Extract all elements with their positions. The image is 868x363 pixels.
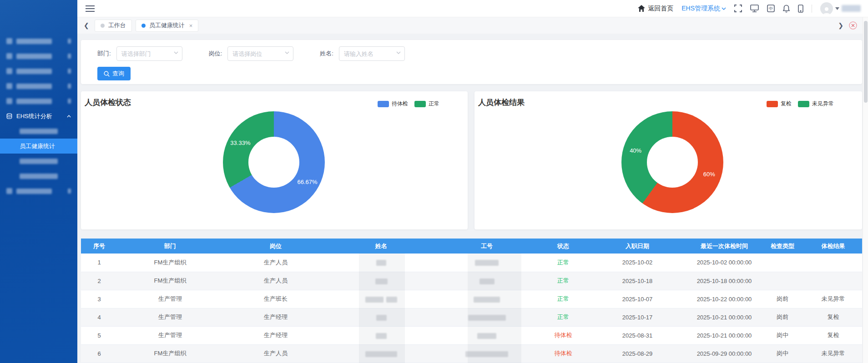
cell-last-exam: 2025-10-22 00:00:00 xyxy=(688,290,761,308)
dept-select[interactable] xyxy=(116,46,182,61)
system-switcher[interactable]: EHS管理系统 xyxy=(681,5,726,13)
cell-employee-id-redacted xyxy=(434,308,540,326)
filter-row: 部门: 岗位: 姓名: xyxy=(97,46,862,61)
legend-item[interactable]: 待体检 xyxy=(378,100,408,108)
bell-icon[interactable] xyxy=(783,5,790,13)
cell-last-exam: 2025-10-21 00:00:00 xyxy=(688,326,761,344)
cell-result: 复检 xyxy=(804,326,862,344)
cell-exam-type: 岗前 xyxy=(761,308,804,326)
cell-post: 生产经理 xyxy=(223,308,328,326)
legend-label: 正常 xyxy=(429,100,439,108)
user-menu[interactable] xyxy=(820,2,861,15)
cell-last-exam: 2025-10-02 00:00:00 xyxy=(688,254,761,272)
redacted-employee-id xyxy=(479,278,495,284)
back-home-link[interactable]: 返回首页 xyxy=(638,5,673,13)
chart-title: 人员体检状态 xyxy=(85,97,131,108)
donut-slice-label: 66.67% xyxy=(298,178,318,185)
column-header: 工号 xyxy=(434,239,540,254)
sidebar-item-employee-health-stats[interactable]: 员工健康统计 xyxy=(0,139,77,154)
stats-layers-icon xyxy=(6,113,12,119)
cell-hire-date: 2025-10-07 xyxy=(587,290,688,308)
redacted-name xyxy=(376,333,387,339)
tabs-scroll-right-icon[interactable]: ❯ xyxy=(836,22,845,29)
cell-dept: FM生产组织 xyxy=(117,254,223,272)
legend-item[interactable]: 复检 xyxy=(767,100,792,108)
fullscreen-icon[interactable] xyxy=(734,5,742,12)
table-row: 6FM生产组织生产人员待体检2025-08-292025-09-29 00:00… xyxy=(81,344,862,363)
cell-exam-type xyxy=(761,254,804,272)
tab-workbench[interactable]: 工作台 xyxy=(95,20,132,32)
cell-status: 待体检 xyxy=(540,344,587,363)
cell-result: 未见异常 xyxy=(804,344,862,363)
sidebar-item-redacted[interactable] xyxy=(0,49,77,64)
sidebar-subitem-redacted[interactable] xyxy=(0,124,77,139)
legend-item[interactable]: 正常 xyxy=(414,100,439,108)
chevron-redacted xyxy=(68,39,71,44)
table-row: 2FM生产组织生产人员正常2025-10-182025-10-18 00:00:… xyxy=(81,272,862,290)
tab-employee-health-stats[interactable]: 员工健康统计× xyxy=(136,20,199,32)
cell-status: 待体检 xyxy=(540,326,587,344)
name-input[interactable] xyxy=(339,46,405,61)
scrollbar-thumb[interactable] xyxy=(864,21,868,103)
hamburger-icon[interactable] xyxy=(86,5,95,12)
sidebar-active-label: 员工健康统计 xyxy=(20,142,55,150)
search-button-label: 查询 xyxy=(112,70,124,78)
sidebar-item-redacted[interactable] xyxy=(0,94,77,109)
cell-last-exam: 2025-10-21 00:00:00 xyxy=(688,308,761,326)
cell-status: 正常 xyxy=(540,272,587,290)
cell-dept: 生产管理 xyxy=(117,290,223,308)
cell-exam-type: 岗前 xyxy=(761,290,804,308)
menu-icon-redacted xyxy=(6,38,12,44)
search-button[interactable]: 查询 xyxy=(97,67,131,80)
cell-no: 3 xyxy=(81,290,117,308)
exam-result-donut[interactable]: 60%40% xyxy=(621,111,723,213)
sidebar-group-ehs-stats[interactable]: EHS统计分析 xyxy=(0,109,77,124)
cell-no: 2 xyxy=(81,272,117,290)
cell-dept: 生产管理 xyxy=(117,326,223,344)
cell-hire-date: 2025-08-31 xyxy=(587,326,688,344)
table-row: 1FM生产组织生产人员正常2025-10-022025-10-02 00:00:… xyxy=(81,254,862,272)
cell-name-redacted xyxy=(328,254,434,272)
column-header: 序号 xyxy=(81,239,117,254)
cell-post: 生产班长 xyxy=(223,290,328,308)
cell-last-exam: 2025-09-29 00:00:00 xyxy=(688,344,761,363)
chart-title: 人员体检结果 xyxy=(478,97,525,108)
tab-status-dot xyxy=(141,24,146,28)
monitor-icon[interactable] xyxy=(750,5,759,12)
sidebar-item-redacted[interactable] xyxy=(0,79,77,94)
chevron-down-icon xyxy=(722,7,726,10)
username-redacted xyxy=(842,5,861,12)
avatar xyxy=(820,2,833,15)
close-all-tabs-icon[interactable] xyxy=(849,21,857,30)
legend-item[interactable]: 未见异常 xyxy=(798,100,834,108)
language-icon[interactable]: 中 xyxy=(767,5,775,12)
cell-result: 未见异常 xyxy=(804,290,862,308)
redacted-name xyxy=(376,260,386,266)
cell-no: 6 xyxy=(81,344,117,363)
chart-legend: 待体检正常 xyxy=(378,100,439,108)
donut-slice-label: 40% xyxy=(630,147,641,154)
search-icon xyxy=(104,71,110,77)
sidebar-subitem-redacted[interactable] xyxy=(0,169,77,184)
column-header: 姓名 xyxy=(328,239,434,254)
mobile-icon[interactable] xyxy=(798,5,803,13)
sidebar-item-redacted[interactable] xyxy=(0,184,77,199)
sidebar-subitem-redacted[interactable] xyxy=(0,154,77,169)
redacted-name xyxy=(365,297,384,303)
system-switcher-label: EHS管理系统 xyxy=(681,5,720,13)
status-badge: 正常 xyxy=(557,277,569,284)
svg-text:中: 中 xyxy=(769,6,773,11)
main-content: 部门: 岗位: 姓名: xyxy=(77,34,863,363)
page-scrollbar[interactable] xyxy=(863,17,868,363)
menu-label-redacted xyxy=(16,189,52,194)
sidebar-item-redacted[interactable] xyxy=(0,64,77,79)
column-header: 体检结果 xyxy=(804,239,862,254)
exam-status-donut[interactable]: 66.67%33.33% xyxy=(223,111,325,213)
tab-close-icon[interactable]: × xyxy=(189,22,193,29)
post-select[interactable] xyxy=(227,46,293,61)
donut-slice-label: 60% xyxy=(703,171,715,178)
column-header: 部门 xyxy=(117,239,223,254)
tabs-scroll-left-icon[interactable]: ❮ xyxy=(82,22,91,29)
sidebar-item-redacted[interactable] xyxy=(0,34,77,49)
redacted-employee-id xyxy=(465,351,508,357)
